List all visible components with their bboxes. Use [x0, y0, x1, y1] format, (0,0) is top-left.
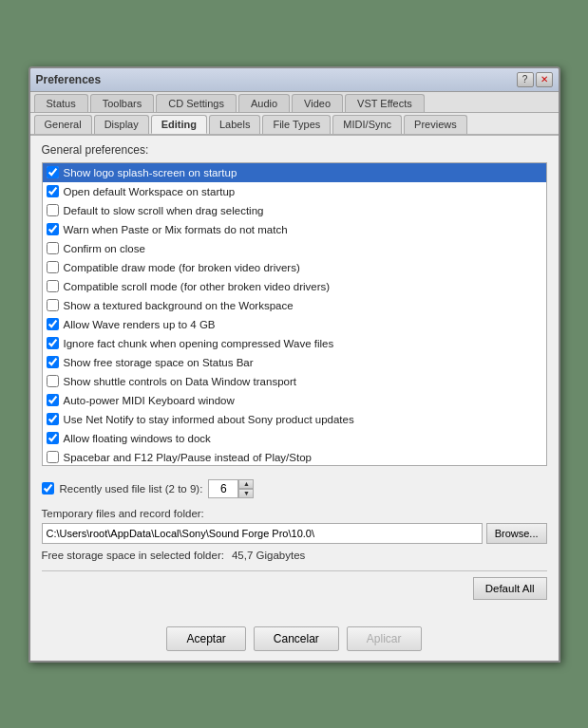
pref-checkbox-7[interactable]	[47, 299, 59, 311]
pref-checkbox-9[interactable]	[47, 337, 59, 349]
tab-cd-settings[interactable]: CD Settings	[156, 94, 237, 112]
tab-general[interactable]: General	[34, 115, 92, 134]
aceptar-button[interactable]: Aceptar	[166, 626, 245, 651]
pref-checkbox-1[interactable]	[47, 185, 59, 197]
pref-label-1: Open default Workspace on startup	[64, 186, 236, 197]
list-item[interactable]: Warn when Paste or Mix formats do not ma…	[43, 220, 546, 239]
pref-label-10: Show free storage space on Status Bar	[64, 357, 254, 368]
preferences-list[interactable]: Show logo splash-screen on startup Open …	[42, 162, 547, 466]
top-tab-bar: Status Toolbars CD Settings Audio Video …	[30, 92, 559, 113]
tab-file-types[interactable]: File Types	[262, 115, 331, 134]
list-item[interactable]: Open default Workspace on startup	[43, 182, 546, 201]
aplicar-button[interactable]: Aplicar	[347, 626, 422, 651]
pref-label-7: Show a textured background on the Worksp…	[64, 300, 294, 311]
pref-checkbox-8[interactable]	[47, 318, 59, 330]
help-button[interactable]: ?	[517, 72, 534, 87]
list-item[interactable]: Spacebar and F12 Play/Pause instead of P…	[43, 448, 546, 466]
pref-label-6: Compatible scroll mode (for other broken…	[64, 281, 331, 292]
list-item[interactable]: Show shuttle controls on Data Window tra…	[43, 372, 546, 391]
tab-labels[interactable]: Labels	[209, 115, 260, 134]
list-item[interactable]: Allow Wave renders up to 4 GB	[43, 315, 546, 334]
tab-vst-effects[interactable]: VST Effects	[345, 94, 425, 112]
pref-checkbox-6[interactable]	[47, 280, 59, 292]
list-item[interactable]: Compatible scroll mode (for other broken…	[43, 277, 546, 296]
list-item[interactable]: Ignore fact chunk when opening compresse…	[43, 334, 546, 353]
tab-audio[interactable]: Audio	[238, 94, 290, 112]
tab-video[interactable]: Video	[292, 94, 343, 112]
spinner-container: 6 ▲ ▼	[208, 479, 254, 498]
tab-status[interactable]: Status	[34, 94, 88, 112]
pref-label-13: Use Net Notify to stay informed about So…	[64, 414, 354, 425]
storage-label: Free storage space in selected folder:	[42, 550, 224, 561]
pref-label-14: Allow floating windows to dock	[64, 433, 211, 444]
pref-label-15: Spacebar and F12 Play/Pause instead of P…	[64, 452, 312, 463]
spinner-up-button[interactable]: ▲	[238, 479, 254, 489]
folder-path-input[interactable]	[42, 523, 483, 544]
cancel-button[interactable]: Cancelar	[254, 626, 339, 651]
close-button[interactable]: ✕	[536, 72, 553, 87]
pref-label-4: Confirm on close	[64, 243, 145, 254]
section-label: General preferences:	[42, 143, 547, 157]
title-bar: Preferences ? ✕	[30, 68, 559, 92]
recent-files-label: Recently used file list (2 to 9):	[60, 483, 203, 495]
list-item[interactable]: Auto-power MIDI Keyboard window	[43, 391, 546, 410]
content-area: General preferences: Show logo splash-sc…	[30, 136, 559, 619]
pref-label-11: Show shuttle controls on Data Window tra…	[64, 376, 296, 387]
bottom-tab-bar: General Display Editing Labels File Type…	[30, 113, 559, 136]
pref-checkbox-13[interactable]	[47, 413, 59, 425]
pref-checkbox-12[interactable]	[47, 394, 59, 406]
tab-midi-sync[interactable]: MIDI/Sync	[332, 115, 402, 134]
list-item[interactable]: Confirm on close	[43, 239, 546, 258]
pref-checkbox-2[interactable]	[47, 204, 59, 216]
spinner-down-button[interactable]: ▼	[238, 489, 254, 498]
tab-toolbars[interactable]: Toolbars	[90, 94, 155, 112]
pref-label-0: Show logo splash-screen on startup	[64, 167, 237, 178]
pref-checkbox-14[interactable]	[47, 432, 59, 444]
storage-row: Free storage space in selected folder: 4…	[42, 550, 547, 561]
pref-label-12: Auto-power MIDI Keyboard window	[64, 395, 235, 406]
preferences-window: Preferences ? ✕ Status Toolbars CD Setti…	[28, 66, 560, 663]
list-item[interactable]: Show logo splash-screen on startup	[43, 163, 546, 182]
folder-row: Browse...	[42, 523, 547, 544]
storage-value: 45,7 Gigabytes	[232, 550, 305, 561]
list-item[interactable]: Allow floating windows to dock	[43, 429, 546, 448]
default-all-button[interactable]: Default All	[473, 577, 547, 600]
tab-previews[interactable]: Previews	[404, 115, 467, 134]
default-all-row: Default All	[42, 577, 547, 600]
browse-button[interactable]: Browse...	[486, 523, 547, 544]
separator	[42, 570, 547, 571]
pref-checkbox-11[interactable]	[47, 375, 59, 387]
tab-editing[interactable]: Editing	[151, 115, 207, 134]
list-item[interactable]: Compatible draw mode (for broken video d…	[43, 258, 546, 277]
bottom-section: Recently used file list (2 to 9): 6 ▲ ▼ …	[42, 476, 547, 611]
list-item[interactable]: Show a textured background on the Worksp…	[43, 296, 546, 315]
list-item[interactable]: Use Net Notify to stay informed about So…	[43, 410, 546, 429]
pref-checkbox-3[interactable]	[47, 223, 59, 235]
spinner-buttons: ▲ ▼	[238, 479, 254, 498]
recent-files-row: Recently used file list (2 to 9): 6 ▲ ▼	[42, 479, 547, 498]
list-item[interactable]: Show free storage space on Status Bar	[43, 353, 546, 372]
pref-label-2: Default to slow scroll when drag selecti…	[64, 205, 264, 216]
pref-label-9: Ignore fact chunk when opening compresse…	[64, 338, 334, 349]
pref-label-5: Compatible draw mode (for broken video d…	[64, 262, 300, 273]
temp-folder-label: Temporary files and record folder:	[42, 508, 547, 519]
dialog-buttons: Aceptar Cancelar Aplicar	[30, 619, 559, 661]
pref-label-8: Allow Wave renders up to 4 GB	[64, 319, 216, 330]
pref-checkbox-4[interactable]	[47, 242, 59, 254]
title-bar-buttons: ? ✕	[517, 72, 553, 87]
tab-display[interactable]: Display	[94, 115, 149, 134]
pref-label-3: Warn when Paste or Mix formats do not ma…	[64, 224, 288, 235]
window-title: Preferences	[36, 73, 102, 86]
recent-files-checkbox[interactable]	[42, 482, 54, 495]
pref-checkbox-0[interactable]	[47, 166, 59, 178]
list-item[interactable]: Default to slow scroll when drag selecti…	[43, 201, 546, 220]
pref-checkbox-5[interactable]	[47, 261, 59, 273]
pref-checkbox-10[interactable]	[47, 356, 59, 368]
pref-checkbox-15[interactable]	[47, 451, 59, 463]
recent-files-spinner-input[interactable]: 6	[208, 479, 238, 498]
